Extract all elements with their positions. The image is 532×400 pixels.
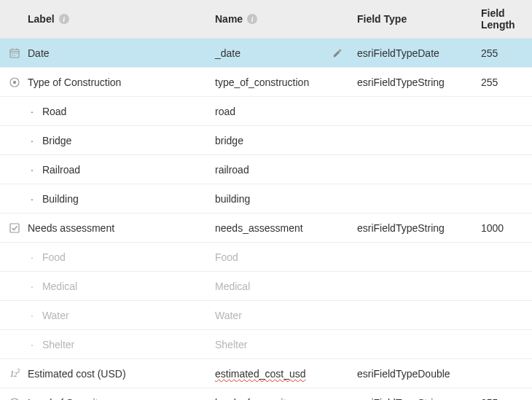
svg-point-10 (13, 80, 16, 83)
cell-name: type_of_construction (215, 77, 357, 88)
option-row[interactable]: ·MedicalMedical (0, 272, 532, 301)
cell-name: needs_assessment (215, 222, 357, 234)
header-fieldlength[interactable]: Field Length (481, 7, 532, 31)
cell-label: Needs assessment (0, 222, 215, 234)
option-row[interactable]: ·Roadroad (0, 97, 532, 126)
cell-fieldtype: esriFieldTypeDate (357, 47, 481, 59)
cell-name: building (215, 193, 357, 205)
option-name-text: Water (215, 310, 242, 321)
option-row[interactable]: ·Buildingbuilding (0, 184, 532, 213)
info-icon[interactable]: i (247, 14, 257, 24)
option-label-text: Water (42, 310, 69, 321)
cell-fieldlength: 255 (481, 77, 532, 88)
bullet-icon: · (31, 165, 34, 175)
cell-name: estimated_cost_usd (215, 368, 357, 380)
cell-label: 123Estimated cost (USD) (0, 368, 215, 380)
cell-name: Water (215, 310, 357, 321)
cell-label: ·Water (0, 310, 215, 321)
option-name-text: building (215, 193, 250, 205)
table-row[interactable]: Type of Constructiontype_of_construction… (0, 68, 532, 97)
checkbox-icon (9, 222, 20, 234)
header-name-text: Name (215, 13, 243, 25)
option-name-text: Shelter (215, 339, 247, 350)
svg-rect-11 (10, 224, 19, 232)
cell-fieldtype: esriFieldTypeDouble (357, 368, 481, 380)
cell-name: railroad (215, 164, 357, 176)
table-row[interactable]: Level of Severitylevel_of_severityesriFi… (0, 388, 532, 400)
radio-icon (9, 397, 20, 401)
option-label-text: Building (42, 193, 79, 205)
option-name-text: road (215, 106, 235, 117)
option-label-text: Food (42, 251, 66, 263)
row-label-text: Needs assessment (28, 222, 114, 234)
cell-label: ·Railroad (0, 164, 215, 176)
cell-name: Medical (215, 281, 357, 292)
bullet-icon: · (31, 252, 34, 262)
option-row[interactable]: ·WaterWater (0, 301, 532, 330)
option-label-text: Bridge (42, 135, 71, 146)
cell-label: ·Building (0, 193, 215, 205)
cell-fieldlength: 1000 (481, 222, 532, 234)
cell-label: ·Bridge (0, 135, 215, 146)
table-row[interactable]: Needs assessmentneeds_assessmentesriFiel… (0, 213, 532, 243)
edit-icon[interactable] (332, 48, 343, 58)
option-name-text: bridge (215, 135, 243, 146)
table-row[interactable]: Date_dateesriFieldTypeDate255 (0, 39, 532, 68)
bullet-icon: · (31, 194, 34, 204)
radio-icon (9, 77, 20, 88)
option-name-text: Medical (215, 281, 250, 292)
row-name-text: level_of_severity (215, 397, 291, 401)
cell-label: Level of Severity (0, 397, 215, 401)
cell-fieldtype: esriFieldTypeString (357, 397, 481, 401)
cell-name: Shelter (215, 339, 357, 350)
table-row[interactable]: 123Estimated cost (USD)estimated_cost_us… (0, 359, 532, 388)
header-label[interactable]: Label i (0, 7, 215, 31)
cell-name: road (215, 106, 357, 117)
option-name-text: Food (215, 251, 238, 263)
header-name[interactable]: Name i (215, 7, 357, 31)
cell-label: Date (0, 47, 215, 59)
header-fieldtype[interactable]: Field Type (357, 7, 481, 31)
row-label-text: Date (28, 47, 50, 59)
cell-fieldtype: esriFieldTypeString (357, 222, 481, 234)
bullet-icon: · (31, 310, 34, 321)
cell-name: bridge (215, 135, 357, 146)
cell-fieldlength: 255 (481, 397, 532, 401)
option-row[interactable]: ·FoodFood (0, 243, 532, 272)
bullet-icon: · (31, 136, 34, 146)
header-label-text: Label (28, 13, 55, 25)
number-icon: 123 (9, 368, 20, 380)
table-header-row: Label i Name i Field Type Field Length (0, 0, 532, 39)
option-name-text: railroad (215, 164, 249, 176)
option-label-text: Shelter (42, 339, 74, 350)
row-label-text: Type of Construction (28, 77, 121, 88)
row-label-text: Estimated cost (USD) (28, 368, 126, 380)
info-icon[interactable]: i (59, 14, 69, 24)
cell-label: Type of Construction (0, 77, 215, 88)
cell-label: ·Shelter (0, 339, 215, 350)
cell-label: ·Medical (0, 281, 215, 292)
option-label-text: Road (42, 106, 66, 117)
row-name-text: estimated_cost_usd (215, 368, 306, 380)
fields-table: Label i Name i Field Type Field Length D… (0, 0, 532, 400)
calendar-icon (9, 47, 20, 59)
option-row[interactable]: ·Railroadrailroad (0, 155, 532, 184)
header-fieldtype-text: Field Type (357, 13, 407, 25)
bullet-icon: · (31, 281, 34, 291)
option-row[interactable]: ·Bridgebridge (0, 126, 532, 155)
cell-label: ·Food (0, 251, 215, 263)
bullet-icon: · (31, 106, 34, 117)
option-label-text: Railroad (42, 164, 80, 176)
row-name-text: _date (215, 47, 240, 59)
cell-label: ·Road (0, 106, 215, 117)
cell-fieldlength: 255 (481, 47, 532, 59)
row-label-text: Level of Severity (28, 397, 103, 401)
cell-fieldtype: esriFieldTypeString (357, 77, 481, 88)
option-row[interactable]: ·ShelterShelter (0, 330, 532, 359)
option-label-text: Medical (42, 281, 77, 292)
row-name-text: type_of_construction (215, 77, 309, 88)
cell-name: Food (215, 251, 357, 263)
row-name-text: needs_assessment (215, 222, 303, 234)
bullet-icon: · (31, 340, 34, 350)
cell-name: _date (215, 47, 357, 59)
